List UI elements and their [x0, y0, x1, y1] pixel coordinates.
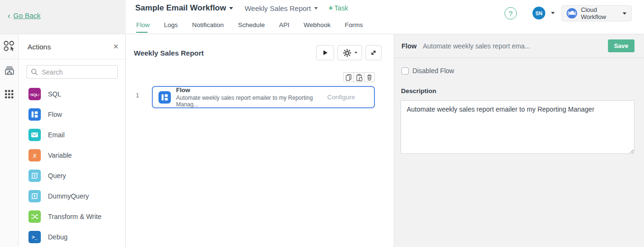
header-left-block: ‹ Go Back [0, 0, 126, 34]
node-texts: Flow Automate weekly sales report emaile… [176, 86, 327, 108]
tab-logs[interactable]: Logs [164, 21, 178, 33]
user-menu[interactable]: SN [532, 7, 555, 19]
properties-header: Flow Automate weekly sales report ema...… [394, 34, 644, 58]
svg-text:>_: >_ [32, 234, 38, 240]
properties-type-label: Flow [401, 42, 417, 50]
go-back-label: Go Back [13, 11, 41, 19]
properties-summary: Automate weekly sales report ema... [423, 42, 530, 50]
tab-flow[interactable]: Flow [136, 21, 150, 33]
node-subtitle: Automate weekly sales report emailer to … [176, 95, 327, 108]
help-glyph: ? [509, 10, 513, 18]
plus-icon: + [328, 4, 333, 12]
components-archive-icon[interactable] [0, 65, 19, 76]
search-icon [31, 68, 38, 76]
settings-button[interactable] [337, 45, 362, 60]
configure-link[interactable]: Configure [327, 94, 355, 101]
disabled-flow-checkbox[interactable] [401, 67, 409, 75]
tab-schedule[interactable]: Schedule [238, 21, 265, 33]
action-item-dummyquery[interactable]: DummyQuery [19, 186, 125, 206]
action-label: DummyQuery [48, 192, 89, 200]
description-label: Description [401, 87, 436, 95]
product-label: Cloud Workflow [581, 6, 618, 20]
action-item-transform-write[interactable]: Transform & Write [19, 206, 125, 227]
description-field-wrapper: Automate weekly sales report emailer to … [401, 100, 635, 154]
svg-text:‹SQL›: ‹SQL› [30, 92, 40, 96]
action-list: ‹SQL› SQL Flow Ema [19, 84, 125, 247]
search-input[interactable] [42, 68, 113, 76]
paste-node-button[interactable] [354, 72, 364, 82]
action-item-flow[interactable]: Flow [19, 104, 125, 124]
apps-grid-icon[interactable] [0, 90, 19, 99]
product-caret-icon [623, 12, 626, 15]
title-row: Sample Email Workflow Weekly Sales Repor… [135, 3, 348, 13]
action-item-debug[interactable]: >_ Debug [19, 227, 125, 247]
tab-bar: Flow Logs Notification Schedule API Webh… [136, 21, 363, 33]
query-icon [28, 170, 41, 182]
dummy-query-icon [28, 190, 41, 202]
expand-icon [370, 49, 377, 57]
sql-icon: ‹SQL› [28, 88, 41, 100]
copy-node-button[interactable] [343, 72, 354, 82]
action-item-email[interactable]: Email [19, 124, 125, 145]
tab-api[interactable]: API [279, 21, 289, 33]
actions-panel-header: Actions ✕ [19, 34, 125, 59]
description-textarea[interactable]: Automate weekly sales report emailer to … [401, 100, 635, 154]
settings-caret-icon [355, 52, 357, 54]
back-chevron-icon: ‹ [8, 12, 10, 19]
report-caret-icon[interactable] [314, 7, 318, 10]
left-icon-strip [0, 34, 19, 247]
tab-notification[interactable]: Notification [192, 21, 224, 33]
go-back-link[interactable]: ‹ Go Back [8, 11, 41, 19]
flow-icon [28, 108, 41, 121]
action-label: Variable [48, 152, 72, 159]
delete-node-button[interactable] [364, 72, 375, 82]
email-icon [28, 129, 41, 141]
action-label: Flow [48, 111, 62, 118]
task-label: Task [335, 4, 348, 12]
avatar-caret-icon [551, 12, 555, 14]
save-button[interactable]: Save [608, 39, 635, 52]
transform-shuffle-icon [28, 210, 41, 223]
app-window: ‹ Go Back Sample Email Workflow Weekly S… [0, 0, 644, 247]
debug-terminal-icon: >_ [28, 231, 41, 243]
actions-panel: Actions ✕ ‹SQL› SQL Flo [19, 34, 126, 247]
drag-actions-icon[interactable] [3, 40, 16, 53]
tab-webhook[interactable]: Webhook [304, 21, 331, 33]
action-label: SQL [48, 90, 61, 98]
workflow-caret-icon[interactable] [229, 7, 233, 10]
action-label: Debug [48, 233, 67, 241]
play-icon [322, 49, 328, 56]
workflow-title-dropdown[interactable]: Sample Email Workflow [135, 3, 226, 13]
fullscreen-button[interactable] [365, 45, 382, 60]
paste-clipboard-icon [355, 73, 363, 81]
strip-header [0, 34, 19, 59]
close-icon[interactable]: ✕ [113, 43, 119, 50]
disabled-flow-row[interactable]: Disabled Flow [401, 67, 454, 75]
help-icon[interactable]: ? [504, 7, 517, 19]
properties-panel: Flow Automate weekly sales report ema...… [394, 34, 644, 247]
avatar[interactable]: SN [532, 7, 545, 19]
node-index: 1 [136, 92, 139, 99]
action-label: Query [48, 172, 66, 180]
run-flow-button[interactable] [316, 45, 334, 60]
actions-panel-title: Actions [28, 43, 51, 51]
tab-forms[interactable]: Forms [345, 21, 363, 33]
svg-text:x: x [33, 152, 37, 159]
node-toolbar [343, 72, 375, 82]
report-title-dropdown[interactable]: Weekly Sales Report [244, 4, 311, 12]
action-item-variable[interactable]: x Variable [19, 145, 125, 165]
canvas-toolbar [316, 45, 382, 60]
node-title: Flow [176, 86, 327, 94]
action-item-sql[interactable]: ‹SQL› SQL [19, 84, 125, 104]
flow-node-card[interactable]: Flow Automate weekly sales report emaile… [152, 86, 375, 108]
actions-search-box[interactable] [27, 65, 118, 79]
product-switcher-button[interactable]: Cloud Workflow [561, 5, 632, 21]
action-label: Email [48, 131, 65, 139]
flow-node-icon [159, 91, 171, 104]
add-task-button[interactable]: + Task [328, 4, 348, 12]
action-item-query[interactable]: Query [19, 165, 125, 186]
cloud-workflow-icon [567, 8, 577, 19]
disabled-flow-label: Disabled Flow [412, 67, 454, 75]
top-header: ‹ Go Back Sample Email Workflow Weekly S… [0, 0, 644, 34]
canvas-title: Weekly Sales Report [134, 49, 204, 57]
